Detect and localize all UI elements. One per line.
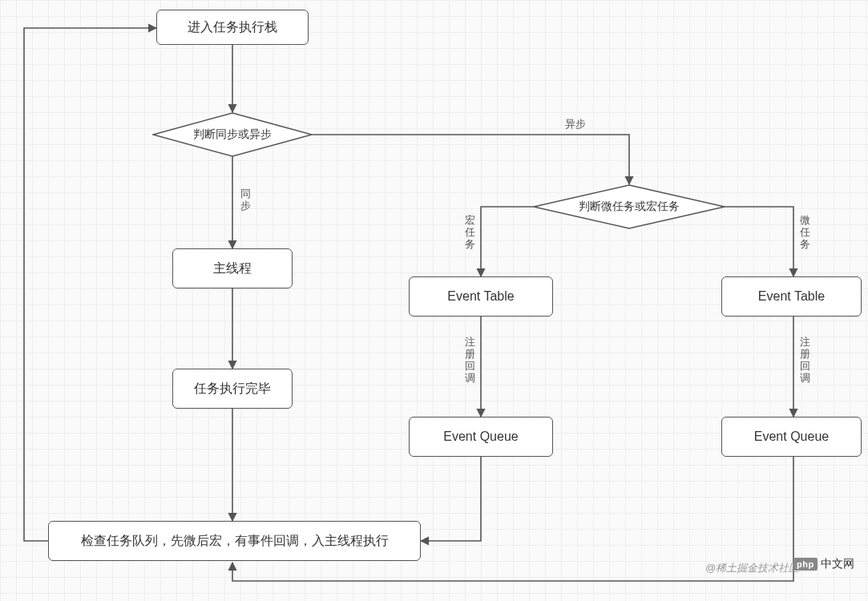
node-main-thread: 主线程 <box>172 248 293 288</box>
edge-label-register-right: 注 册 回 调 <box>800 337 810 385</box>
edge-label-sync: 同 步 <box>240 188 251 212</box>
node-event-queue-left: Event Queue <box>409 417 553 457</box>
node-task-done: 任务执行完毕 <box>172 369 293 409</box>
node-event-table-right: Event Table <box>721 276 862 317</box>
edge-label-macro: 宏 任 务 <box>465 215 475 251</box>
decision-sync-label: 判断同步或异步 <box>193 127 272 142</box>
decision-micro-macro: 判断微任务或宏任务 <box>533 184 725 229</box>
node-check-queue: 检查任务队列，先微后宏，有事件回调，入主线程执行 <box>48 521 421 561</box>
logo-text: 中文网 <box>821 557 854 571</box>
logo-badge: php <box>793 558 818 571</box>
edge-label-register-left: 注 册 回 调 <box>465 337 475 385</box>
decision-sync-async: 判断同步或异步 <box>152 112 313 157</box>
site-logo: php 中文网 <box>793 557 854 571</box>
edge-label-micro: 微 任 务 <box>800 215 810 251</box>
edge-label-async: 异步 <box>565 119 586 131</box>
node-event-queue-right: Event Queue <box>721 417 862 457</box>
node-event-table-left: Event Table <box>409 276 553 317</box>
decision-micro-macro-label: 判断微任务或宏任务 <box>579 200 680 214</box>
watermark-text: @稀土掘金技术社区 <box>705 561 799 575</box>
node-enter-stack: 进入任务执行栈 <box>156 10 309 45</box>
